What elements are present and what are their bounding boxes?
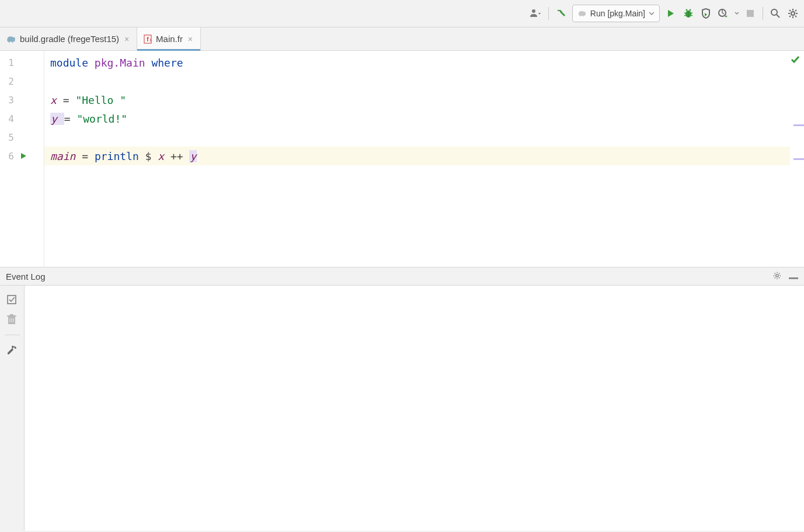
code-token: ++ [170, 150, 190, 162]
elephant-icon [6, 34, 16, 44]
svg-point-9 [690, 9, 691, 11]
code-token: "Hello " [75, 94, 126, 106]
svg-line-32 [779, 277, 779, 278]
svg-line-5 [691, 13, 692, 13]
code-line[interactable]: x = "Hello " [44, 91, 790, 109]
run-gutter-icon[interactable] [20, 152, 27, 159]
stop-button-icon[interactable] [744, 7, 757, 20]
mark-read-icon[interactable] [6, 294, 18, 305]
event-log-panel [0, 286, 804, 531]
code-line[interactable] [44, 128, 790, 147]
editor-tabs: build.gradle (fregeTest15)×fλMain.fr× [0, 27, 804, 51]
svg-rect-1 [560, 11, 565, 16]
separator [5, 335, 20, 335]
svg-rect-35 [789, 277, 798, 279]
code-token: println [95, 150, 145, 162]
code-token: x [158, 150, 170, 162]
svg-point-26 [776, 274, 778, 276]
profile-button-icon[interactable] [717, 7, 730, 20]
search-icon[interactable] [769, 7, 782, 20]
run-button-icon[interactable] [664, 7, 677, 20]
editor-right-gutter [790, 51, 804, 267]
wrench-icon[interactable] [6, 345, 18, 356]
frege-file-icon: fλ [143, 34, 152, 44]
gutter-line[interactable]: 2 [0, 72, 44, 91]
chevron-down-icon [649, 12, 655, 15]
settings-gear-icon[interactable] [786, 7, 799, 20]
svg-rect-11 [747, 10, 754, 17]
line-number: 6 [4, 151, 14, 162]
code-content[interactable]: module pkg.Main wherex = "Hello "y = "wo… [44, 51, 790, 267]
tab-close-icon[interactable]: × [186, 35, 194, 43]
code-token: = [63, 94, 76, 106]
hammer-build-icon[interactable] [555, 7, 568, 20]
separator [548, 7, 549, 20]
code-line[interactable]: module pkg.Main where [44, 53, 790, 72]
svg-rect-39 [10, 314, 13, 315]
svg-rect-36 [8, 295, 16, 304]
svg-point-14 [791, 12, 795, 15]
svg-line-34 [779, 273, 779, 273]
editor-area: 123456 module pkg.Main wherex = "Hello "… [0, 51, 804, 267]
event-log-title: Event Log [6, 272, 46, 281]
svg-line-13 [777, 15, 779, 18]
editor-tab[interactable]: build.gradle (fregeTest15)× [0, 27, 137, 50]
separator [763, 7, 763, 20]
code-token: y [189, 150, 197, 162]
run-configuration-selector[interactable]: Run [pkg.Main] [572, 5, 660, 22]
code-line[interactable]: y = "world!" [44, 109, 790, 128]
line-number: 2 [4, 76, 14, 87]
analysis-ok-checkmark-icon [790, 54, 800, 65]
svg-line-20 [795, 16, 796, 17]
code-token: pkg.Main [95, 57, 152, 69]
gutter-line[interactable]: 4 [0, 109, 44, 128]
svg-text:λ: λ [149, 38, 152, 42]
inspection-marker[interactable] [793, 158, 804, 160]
code-line[interactable] [44, 72, 790, 91]
code-token: $ [145, 150, 158, 162]
gutter-line[interactable]: 6 [0, 147, 44, 165]
main-toolbar: Run [pkg.Main] [0, 0, 804, 27]
svg-line-7 [691, 15, 692, 16]
code-token: module [50, 57, 95, 69]
event-log-content[interactable] [25, 286, 804, 531]
code-token: x [50, 94, 63, 106]
line-number: 1 [4, 57, 14, 68]
event-log-hide-icon[interactable] [789, 272, 798, 281]
inspection-marker[interactable] [793, 124, 804, 126]
line-number: 5 [4, 132, 14, 143]
debug-button-icon[interactable] [682, 7, 695, 20]
svg-line-4 [684, 13, 686, 13]
svg-point-0 [532, 9, 535, 13]
svg-line-19 [789, 10, 791, 11]
tab-close-icon[interactable]: × [123, 35, 131, 43]
trash-icon[interactable] [6, 314, 18, 325]
svg-point-8 [686, 9, 688, 11]
svg-line-22 [795, 10, 796, 11]
coverage-button-icon[interactable] [699, 7, 712, 20]
svg-line-33 [775, 277, 775, 278]
gutter-line[interactable]: 5 [0, 128, 44, 147]
chevron-down-icon[interactable] [735, 12, 739, 15]
svg-line-21 [789, 16, 791, 17]
svg-rect-38 [7, 315, 16, 317]
tab-label: Main.fr [156, 34, 183, 44]
gutter-line[interactable]: 3 [0, 91, 44, 109]
line-gutter: 123456 [0, 51, 44, 267]
svg-line-6 [684, 15, 686, 16]
code-token: where [151, 57, 183, 69]
run-config-label: Run [pkg.Main] [590, 9, 645, 18]
code-line[interactable]: main = println $ x ++ y [44, 147, 790, 165]
code-token: = [64, 113, 77, 125]
code-token: "world!" [76, 113, 127, 125]
gutter-line[interactable]: 1 [0, 53, 44, 72]
user-dropdown-icon[interactable] [530, 7, 542, 20]
svg-line-31 [775, 273, 775, 273]
code-token: main [50, 150, 82, 162]
event-log-settings-icon[interactable] [772, 271, 782, 282]
elephant-icon [577, 9, 587, 18]
event-log-header[interactable]: Event Log [0, 267, 804, 286]
code-token: y [50, 113, 64, 125]
code-token: = [82, 150, 95, 162]
editor-tab[interactable]: fλMain.fr× [137, 27, 201, 50]
